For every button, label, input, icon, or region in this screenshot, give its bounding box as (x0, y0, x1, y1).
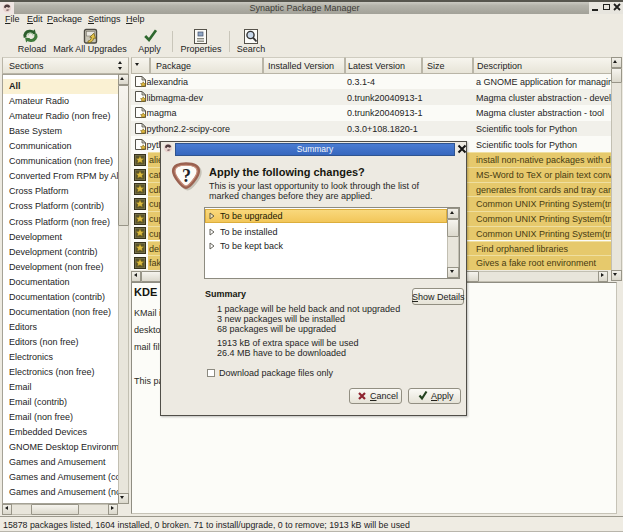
svg-text:?: ? (182, 166, 191, 186)
